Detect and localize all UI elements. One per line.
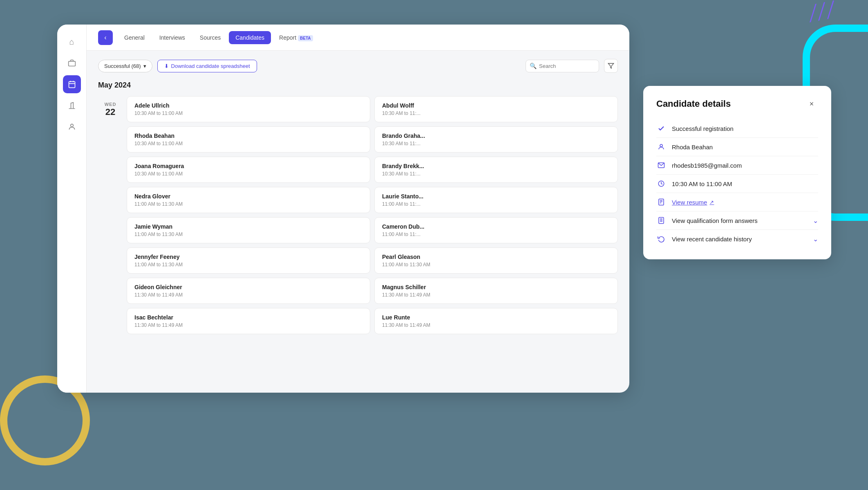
search-input[interactable] (526, 60, 599, 72)
candidate-time: 10:30 AM to 11:... (382, 110, 610, 116)
candidate-time: 11:00 AM to 11:... (382, 201, 610, 207)
candidate-time: 11:00 AM to 11:30 AM (134, 262, 362, 267)
month-header: May 2024 (98, 81, 618, 90)
detail-row-name: Rhoda Beahan (656, 138, 818, 156)
sidebar-icon-calendar[interactable] (63, 75, 81, 93)
download-icon: ⬇ (164, 63, 169, 69)
candidate-name: Jamie Wyman (134, 223, 362, 230)
time-text: 10:30 AM to 11:00 AM (672, 180, 818, 187)
candidate-name-detail: Rhoda Beahan (672, 144, 818, 151)
tab-general[interactable]: General (118, 31, 151, 44)
detail-row-time: 10:30 AM to 11:00 AM (656, 175, 818, 193)
candidate-name: Adele Ullrich (134, 102, 362, 109)
candidate-card[interactable]: Brandy Brekk... 10:30 AM to 11:... (374, 157, 618, 183)
tab-candidates[interactable]: Candidates (229, 31, 271, 44)
day-of-month: 22 (105, 107, 115, 117)
candidate-name: Isac Bechtelar (134, 314, 362, 321)
candidate-card[interactable]: Magnus Schiller 11:30 AM to 11:49 AM (374, 278, 618, 304)
candidate-card[interactable]: Pearl Gleason 11:00 AM to 11:30 AM (374, 247, 618, 274)
download-spreadsheet-button[interactable]: ⬇ Download candidate spreadsheet (157, 60, 257, 72)
toolbar-left: Successful (68) ▾ ⬇ Download candidate s… (98, 60, 257, 72)
tab-sources[interactable]: Sources (193, 31, 227, 44)
tab-interviews[interactable]: Interviews (153, 31, 192, 44)
clock-icon (656, 179, 666, 189)
candidate-card[interactable]: Rhoda Beahan 10:30 AM to 11:00 AM (127, 126, 370, 153)
svg-point-5 (70, 124, 73, 127)
sidebar-icon-home[interactable]: ⌂ (63, 33, 81, 51)
content-area: ‹ General Interviews Sources Candidates … (87, 25, 629, 393)
candidate-time: 11:30 AM to 11:49 AM (382, 292, 610, 298)
toolbar-right: 🔍 (526, 59, 618, 73)
candidate-time: 10:30 AM to 11:00 AM (134, 110, 362, 116)
detail-row-qualification[interactable]: View qualification form answers ⌄ (656, 211, 818, 230)
back-button[interactable]: ‹ (98, 30, 113, 45)
detail-row-history[interactable]: View recent candidate history ⌄ (656, 230, 818, 248)
candidate-time: 11:00 AM to 11:30 AM (134, 201, 362, 207)
sidebar-icon-people[interactable] (63, 118, 81, 136)
email-text: rhodesb1985@gmail.com (672, 162, 818, 169)
search-wrap: 🔍 (526, 60, 599, 72)
candidate-card[interactable]: Brando Graha... 10:30 AM to 11:... (374, 126, 618, 153)
candidate-card[interactable]: Laurie Stanto... 11:00 AM to 11:... (374, 187, 618, 213)
candidate-time: 11:30 AM to 11:49 AM (134, 322, 362, 328)
candidate-card[interactable]: Nedra Glover 11:00 AM to 11:30 AM (127, 187, 370, 213)
view-resume-link[interactable]: View resume ↗ (672, 199, 714, 206)
candidate-name: Brando Graha... (382, 133, 610, 139)
candidate-name: Lue Runte (382, 314, 610, 321)
candidate-name: Nedra Glover (134, 193, 362, 200)
detail-row-resume[interactable]: View resume ↗ (656, 193, 818, 211)
history-icon (656, 234, 666, 244)
candidate-name: Joana Romaguera (134, 163, 362, 169)
details-header: Candidate details × (656, 97, 818, 110)
candidate-card[interactable]: Joana Romaguera 10:30 AM to 11:00 AM (127, 157, 370, 183)
candidate-name: Magnus Schiller (382, 284, 610, 290)
candidate-name: Abdul Wolff (382, 102, 610, 109)
candidate-details-panel: Candidate details × Successful registrat… (643, 86, 831, 259)
purple-lines-decoration: ╱╱╱ (807, 2, 836, 21)
tab-report[interactable]: ReportBETA (273, 31, 320, 44)
form-icon (656, 216, 666, 225)
details-title: Candidate details (656, 99, 731, 109)
candidate-time: 10:30 AM to 11:00 AM (134, 171, 362, 177)
sidebar-icon-building[interactable] (63, 97, 81, 115)
download-label: Download candidate spreadsheet (171, 63, 250, 69)
candidate-card[interactable]: Lue Runte 11:30 AM to 11:49 AM (374, 308, 618, 334)
check-icon (656, 124, 666, 133)
candidate-card[interactable]: Jamie Wyman 11:00 AM to 11:30 AM (127, 217, 370, 243)
person-icon (656, 142, 666, 152)
candidate-card[interactable]: Gideon Gleichner 11:30 AM to 11:49 AM (127, 278, 370, 304)
candidate-time: 11:00 AM to 11:30 AM (382, 262, 610, 267)
candidate-time: 11:30 AM to 11:49 AM (134, 292, 362, 298)
svg-marker-6 (608, 63, 613, 68)
chevron-down-icon: ⌄ (813, 217, 818, 225)
detail-row-status: Successful registration (656, 119, 818, 138)
candidate-card[interactable]: Jennyfer Feeney 11:00 AM to 11:30 AM (127, 247, 370, 274)
status-text: Successful registration (672, 125, 818, 132)
beta-badge: BETA (298, 35, 313, 41)
close-button[interactable]: × (805, 97, 818, 110)
candidate-name: Brandy Brekk... (382, 163, 610, 169)
main-content: Successful (68) ▾ ⬇ Download candidate s… (87, 51, 629, 393)
filter-button[interactable]: Successful (68) ▾ (98, 60, 152, 72)
day-of-week: WED (105, 102, 116, 107)
candidate-card[interactable]: Adele Ullrich 10:30 AM to 11:00 AM (127, 96, 370, 122)
top-nav: ‹ General Interviews Sources Candidates … (87, 25, 629, 51)
chevron-down-icon: ▾ (143, 63, 146, 69)
sidebar: ⌂ (57, 25, 87, 393)
candidate-time: 10:30 AM to 11:... (382, 141, 610, 146)
candidate-name: Cameron Dub... (382, 223, 610, 230)
candidate-rows: Adele Ullrich 10:30 AM to 11:00 AM Abdul… (127, 96, 618, 334)
candidate-card[interactable]: Isac Bechtelar 11:30 AM to 11:49 AM (127, 308, 370, 334)
candidate-card[interactable]: Cameron Dub... 11:00 AM to 11:... (374, 217, 618, 243)
svg-point-7 (660, 144, 662, 147)
toolbar: Successful (68) ▾ ⬇ Download candidate s… (98, 59, 618, 73)
candidate-card[interactable]: Abdul Wolff 10:30 AM to 11:... (374, 96, 618, 122)
email-icon (656, 160, 666, 170)
day-label: WED 22 (98, 96, 123, 117)
history-text: View recent candidate history (672, 236, 807, 243)
candidate-time: 11:00 AM to 11:... (382, 232, 610, 237)
filter-icon-button[interactable] (604, 59, 618, 73)
candidate-time: 10:30 AM to 11:00 AM (134, 141, 362, 146)
sidebar-icon-briefcase[interactable] (63, 54, 81, 72)
resume-icon (656, 197, 666, 207)
